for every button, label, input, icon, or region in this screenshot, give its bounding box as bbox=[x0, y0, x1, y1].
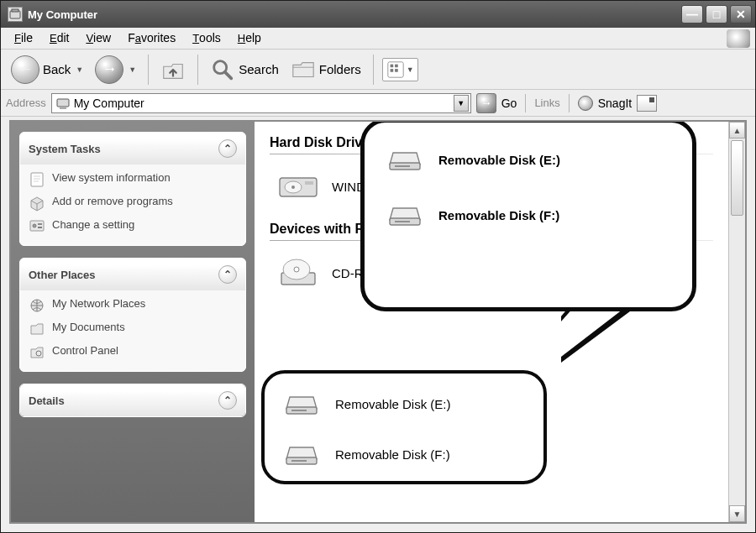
panel-header-details[interactable]: Details ⌃ bbox=[20, 384, 245, 416]
callout-drive-f: Removable Disk (F:) bbox=[383, 198, 677, 232]
task-label: Change a setting bbox=[52, 218, 134, 231]
info-page-icon bbox=[29, 171, 45, 188]
link-network-places[interactable]: My Network Places bbox=[29, 297, 237, 314]
go-button[interactable]: → bbox=[476, 93, 496, 113]
highlight-removable-drives: Removable Disk (E:) Removable Disk (F:) bbox=[261, 370, 547, 484]
svg-rect-33 bbox=[395, 165, 410, 167]
task-label: View system information bbox=[52, 171, 171, 184]
maximize-button[interactable]: □ bbox=[706, 5, 727, 24]
panel-system-tasks: System Tasks ⌃ View system information A… bbox=[19, 132, 246, 246]
panel-header-other-places[interactable]: Other Places ⌃ bbox=[20, 259, 245, 290]
removable-disk-icon bbox=[280, 387, 323, 421]
scroll-up-button[interactable]: ▲ bbox=[729, 122, 745, 138]
close-button[interactable]: ✕ bbox=[730, 5, 752, 24]
app-icon bbox=[8, 7, 23, 22]
drive-removable-f[interactable]: Removable Disk (F:) bbox=[280, 437, 532, 471]
toolbar-separator bbox=[148, 55, 149, 85]
drive-removable-e[interactable]: Removable Disk (E:) bbox=[280, 387, 532, 421]
scroll-thumb[interactable] bbox=[731, 140, 743, 216]
snagit-icon[interactable] bbox=[578, 96, 593, 111]
folders-button[interactable]: Folders bbox=[287, 55, 365, 84]
control-panel-icon bbox=[29, 218, 45, 235]
menu-tools[interactable]: Tools bbox=[184, 28, 229, 49]
drive-label: Removable Disk (F:) bbox=[335, 447, 450, 462]
svg-rect-29 bbox=[291, 410, 307, 411]
panel-other-places: Other Places ⌃ My Network Places My Docu… bbox=[19, 258, 246, 372]
address-value: My Computer bbox=[74, 97, 454, 110]
task-pane: System Tasks ⌃ View system information A… bbox=[11, 122, 255, 522]
title-bar[interactable]: My Computer — □ ✕ bbox=[1, 1, 755, 28]
menu-file[interactable]: File bbox=[6, 28, 41, 49]
drive-label: Removable Disk (E:) bbox=[438, 153, 560, 167]
scroll-down-button[interactable]: ▼ bbox=[729, 505, 745, 522]
svg-rect-9 bbox=[57, 99, 69, 107]
task-change-setting[interactable]: Change a setting bbox=[29, 218, 237, 235]
back-button[interactable]: ← Back ▼ bbox=[8, 54, 87, 86]
link-my-documents[interactable]: My Documents bbox=[29, 321, 237, 337]
svg-line-3 bbox=[225, 71, 232, 78]
svg-rect-7 bbox=[390, 69, 393, 72]
menu-view[interactable]: View bbox=[77, 28, 119, 49]
svg-rect-1 bbox=[12, 9, 18, 12]
forward-dropdown-icon[interactable]: ▼ bbox=[129, 65, 136, 74]
back-label: Back bbox=[43, 62, 71, 76]
svg-rect-15 bbox=[30, 221, 44, 231]
panel-body: View system information Add or remove pr… bbox=[20, 165, 245, 245]
links-label[interactable]: Links bbox=[534, 97, 559, 109]
views-dropdown-icon: ▼ bbox=[407, 65, 414, 74]
svg-rect-17 bbox=[38, 223, 42, 225]
menu-bar: File Edit View Favorites Tools Help bbox=[1, 28, 755, 50]
collapse-icon[interactable]: ⌃ bbox=[218, 391, 237, 410]
panel-header-system-tasks[interactable]: System Tasks ⌃ bbox=[20, 133, 245, 165]
documents-icon bbox=[29, 321, 45, 337]
minimize-button[interactable]: — bbox=[681, 5, 703, 24]
panel-details: Details ⌃ bbox=[19, 384, 246, 417]
menu-edit[interactable]: Edit bbox=[41, 28, 77, 49]
task-label: Control Panel bbox=[52, 344, 118, 357]
back-arrow-icon: ← bbox=[11, 55, 39, 84]
address-combo[interactable]: My Computer ▼ bbox=[51, 93, 471, 113]
panel-title: Details bbox=[29, 395, 65, 407]
menu-favorites[interactable]: Favorites bbox=[119, 28, 184, 49]
forward-button[interactable]: → ▼ bbox=[92, 54, 139, 86]
svg-rect-11 bbox=[31, 173, 43, 186]
svg-point-16 bbox=[33, 224, 36, 227]
go-label: Go bbox=[501, 97, 517, 110]
panel-title: System Tasks bbox=[29, 143, 101, 155]
snagit-editor-icon[interactable] bbox=[637, 95, 657, 112]
collapse-icon[interactable]: ⌃ bbox=[218, 265, 237, 284]
task-view-system-info[interactable]: View system information bbox=[29, 171, 237, 188]
address-label: Address bbox=[6, 97, 46, 109]
drive-listing: Hard Disk Drives WIND Devices with R CD-… bbox=[255, 122, 728, 522]
views-button[interactable]: ▼ bbox=[382, 58, 418, 81]
collapse-icon[interactable]: ⌃ bbox=[218, 139, 237, 158]
search-button[interactable]: Search bbox=[207, 55, 282, 84]
task-label: My Network Places bbox=[52, 297, 145, 310]
snagit-label[interactable]: SnagIt bbox=[598, 97, 632, 110]
back-dropdown-icon[interactable]: ▼ bbox=[76, 65, 83, 74]
svg-rect-24 bbox=[305, 181, 313, 185]
up-button[interactable] bbox=[157, 55, 189, 84]
task-add-remove-programs[interactable]: Add or remove programs bbox=[29, 195, 237, 212]
windows-flag-icon bbox=[727, 29, 750, 48]
drive-label: Removable Disk (E:) bbox=[335, 397, 451, 411]
drive-label: Removable Disk (F:) bbox=[438, 208, 559, 222]
callout-drive-e: Removable Disk (E:) bbox=[383, 143, 677, 176]
callout-enlarged-drives: Removable Disk (E:) Removable Disk (F:) bbox=[360, 122, 696, 311]
svg-rect-10 bbox=[60, 107, 66, 109]
task-label: Add or remove programs bbox=[52, 195, 173, 207]
menu-help[interactable]: Help bbox=[229, 28, 270, 49]
window-title: My Computer bbox=[28, 8, 97, 21]
panel-body: My Network Places My Documents Control P… bbox=[20, 290, 245, 371]
removable-disk-icon bbox=[383, 198, 427, 232]
folders-label: Folders bbox=[319, 62, 361, 76]
control-panel-folder-icon bbox=[29, 344, 45, 361]
toolbar-separator bbox=[373, 55, 374, 85]
address-dropdown-icon[interactable]: ▼ bbox=[454, 95, 469, 112]
search-label: Search bbox=[239, 62, 279, 76]
svg-rect-5 bbox=[390, 64, 393, 67]
my-computer-icon bbox=[55, 96, 71, 111]
toolbar-separator bbox=[197, 55, 198, 85]
link-control-panel[interactable]: Control Panel bbox=[29, 344, 237, 361]
content-area: System Tasks ⌃ View system information A… bbox=[9, 120, 747, 524]
